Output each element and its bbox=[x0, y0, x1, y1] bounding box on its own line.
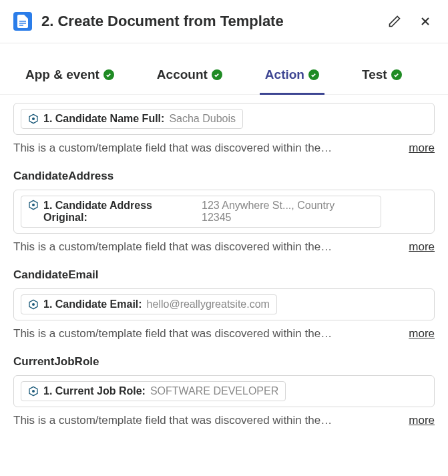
edit-button[interactable] bbox=[385, 12, 404, 31]
close-button[interactable] bbox=[416, 12, 435, 31]
field-current-job-role: CurrentJobRole 1. Current Job Role: SOFT… bbox=[13, 355, 435, 427]
more-link[interactable]: more bbox=[409, 327, 435, 340]
pill-label: 1. Candidate Name Full: bbox=[43, 113, 164, 125]
svg-point-6 bbox=[32, 390, 35, 393]
tab-app-event[interactable]: App & event bbox=[20, 58, 120, 95]
field-label: CurrentJobRole bbox=[13, 355, 435, 369]
tab-label: Action bbox=[265, 67, 304, 82]
svg-rect-1 bbox=[19, 23, 26, 24]
svg-rect-0 bbox=[19, 21, 26, 22]
field-label: CandidateEmail bbox=[13, 268, 435, 282]
tab-label: Test bbox=[362, 67, 387, 82]
check-icon bbox=[308, 69, 319, 80]
check-icon bbox=[391, 69, 402, 80]
tab-account[interactable]: Account bbox=[152, 58, 228, 95]
field-label: CandidateAddress bbox=[13, 170, 435, 183]
tabs: App & event Account Action Test bbox=[0, 58, 448, 95]
step-header: 2. Create Document from Template bbox=[0, 0, 448, 43]
tab-test[interactable]: Test bbox=[357, 58, 407, 95]
field-input[interactable]: 1. Candidate Email: hello@reallygreatsit… bbox=[13, 288, 435, 320]
help-row: This is a custom/template field that was… bbox=[13, 240, 435, 254]
pill-value: 123 Anywhere St..., Country 12345 bbox=[202, 200, 355, 224]
header-actions bbox=[385, 12, 435, 31]
more-link[interactable]: more bbox=[409, 240, 435, 254]
help-text: This is a custom/template field that was… bbox=[13, 327, 395, 340]
source-app-icon bbox=[28, 386, 39, 397]
form-content: 1. Candidate Name Full: Sacha Dubois Thi… bbox=[0, 95, 448, 441]
help-text: This is a custom/template field that was… bbox=[13, 142, 395, 155]
field-input[interactable]: 1. Candidate Address Original: 123 Anywh… bbox=[13, 190, 435, 234]
pill-label: 1. Current Job Role: bbox=[43, 385, 146, 397]
field-candidate-address: CandidateAddress 1. Candidate Address Or… bbox=[13, 170, 435, 254]
svg-point-5 bbox=[32, 303, 35, 306]
help-row: This is a custom/template field that was… bbox=[13, 142, 435, 155]
pill-label: 1. Candidate Email: bbox=[43, 298, 142, 310]
field-input[interactable]: 1. Current Job Role: SOFTWARE DEVELOPER bbox=[13, 375, 435, 407]
source-app-icon bbox=[28, 113, 39, 124]
tab-label: App & event bbox=[25, 67, 99, 82]
source-app-icon bbox=[28, 299, 39, 310]
mapped-value-pill[interactable]: 1. Candidate Address Original: 123 Anywh… bbox=[21, 196, 381, 228]
help-text: This is a custom/template field that was… bbox=[13, 414, 395, 427]
svg-point-3 bbox=[32, 117, 35, 120]
mapped-value-pill[interactable]: 1. Current Job Role: SOFTWARE DEVELOPER bbox=[21, 381, 286, 401]
help-text: This is a custom/template field that was… bbox=[13, 240, 395, 254]
check-icon bbox=[103, 69, 114, 80]
google-docs-icon bbox=[13, 12, 32, 31]
help-row: This is a custom/template field that was… bbox=[13, 327, 435, 340]
field-input[interactable]: 1. Candidate Name Full: Sacha Dubois bbox=[13, 103, 435, 135]
close-icon bbox=[419, 15, 432, 28]
step-title: 2. Create Document from Template bbox=[41, 13, 376, 30]
source-app-icon bbox=[28, 200, 39, 210]
mapped-value-pill[interactable]: 1. Candidate Name Full: Sacha Dubois bbox=[21, 109, 243, 129]
svg-rect-2 bbox=[19, 25, 23, 26]
tab-action[interactable]: Action bbox=[260, 58, 324, 95]
pill-value: hello@reallygreatsite.com bbox=[147, 298, 270, 310]
svg-point-4 bbox=[32, 204, 35, 206]
more-link[interactable]: more bbox=[409, 142, 435, 155]
pencil-icon bbox=[388, 15, 401, 28]
mapped-value-pill[interactable]: 1. Candidate Email: hello@reallygreatsit… bbox=[21, 294, 277, 314]
pill-value: SOFTWARE DEVELOPER bbox=[150, 385, 278, 397]
pill-value: Sacha Dubois bbox=[169, 113, 236, 125]
check-icon bbox=[212, 69, 222, 80]
tab-label: Account bbox=[157, 67, 208, 82]
more-link[interactable]: more bbox=[409, 414, 435, 427]
field-candidate-email: CandidateEmail 1. Candidate Email: hello… bbox=[13, 268, 435, 340]
field-candidate-name: 1. Candidate Name Full: Sacha Dubois Thi… bbox=[13, 103, 435, 155]
help-row: This is a custom/template field that was… bbox=[13, 414, 435, 427]
pill-label: 1. Candidate Address Original: bbox=[43, 200, 197, 224]
